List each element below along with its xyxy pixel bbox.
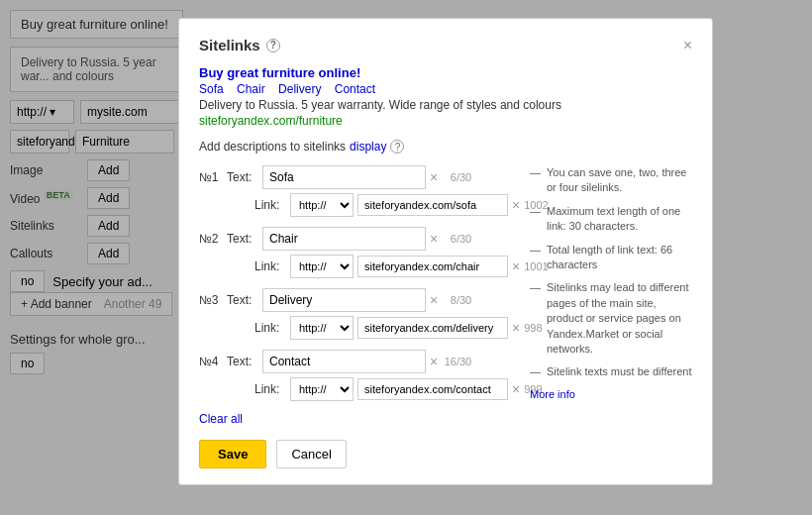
sitelink-3-text-input[interactable] (262, 288, 426, 312)
sitelink-entry-4: №4 Text: × 16/30 Link: http:// https:// … (199, 350, 506, 401)
hint-3: — Total length of link text: 66 characte… (530, 243, 692, 273)
sitelink-1-text-label: Text: (227, 170, 258, 184)
ad-link-sofa: Sofa (199, 82, 224, 96)
sitelink-1-char-count: 6/30 (442, 171, 471, 183)
sitelink-3-url-clear[interactable]: × (512, 320, 520, 336)
sitelink-4-protocol-select[interactable]: http:// https:// (290, 377, 354, 401)
sitelink-1-link-row: Link: http:// https:// × 1002 (254, 193, 506, 217)
hint-1: — You can save one, two, three or four s… (530, 165, 692, 196)
sitelink-4-link-label: Link: (254, 382, 286, 396)
sitelink-3-text-clear[interactable]: × (430, 292, 438, 308)
ad-link-delivery: Delivery (278, 82, 321, 96)
modal-close-button[interactable]: × (683, 38, 692, 53)
modal-title: Sitelinks ? (199, 37, 280, 53)
sitelink-1-number: №1 (199, 170, 223, 184)
display-help-icon[interactable]: ? (390, 140, 404, 154)
sitelink-1-text-clear[interactable]: × (430, 169, 438, 185)
sitelink-3-number: №3 (199, 293, 223, 307)
sitelink-3-protocol-select[interactable]: http:// https:// (290, 316, 354, 340)
cancel-button[interactable]: Cancel (276, 440, 346, 468)
sitelink-1-url-clear[interactable]: × (512, 197, 520, 213)
sitelink-1-text-input[interactable] (262, 165, 426, 189)
ad-preview-title: Buy great furniture online! (199, 65, 692, 80)
clear-all-link[interactable]: Clear all (199, 412, 243, 426)
sitelink-3-url-input[interactable] (357, 317, 508, 339)
display-link[interactable]: display (350, 140, 386, 154)
sitelink-3-text-label: Text: (227, 293, 258, 307)
sitelink-2-protocol-select[interactable]: http:// https:// (290, 255, 354, 278)
clear-all-row: Clear all (199, 411, 506, 426)
sitelink-4-text-clear[interactable]: × (430, 354, 438, 369)
sitelink-entry-3: №3 Text: × 8/30 Link: http:// https:// ×… (199, 288, 506, 340)
sitelink-2-text-row: №2 Text: × 6/30 (199, 227, 506, 251)
sitelinks-form: №1 Text: × 6/30 Link: http:// https:// ×… (199, 165, 506, 426)
sitelink-2-text-clear[interactable]: × (430, 231, 438, 247)
ad-preview-description: Delivery to Russia. 5 year warranty. Wid… (199, 98, 692, 112)
ad-link-contact: Contact (335, 82, 375, 96)
sitelink-4-text-row: №4 Text: × 16/30 (199, 350, 506, 373)
modal-header: Sitelinks ? × (199, 37, 692, 53)
sitelink-4-url-input[interactable] (357, 378, 508, 400)
sitelink-2-url-clear[interactable]: × (512, 258, 520, 274)
sitelink-2-text-input[interactable] (262, 227, 426, 251)
sitelink-4-text-input[interactable] (262, 350, 426, 373)
hint-2: — Maximum text length of one link: 30 ch… (530, 204, 692, 235)
sitelink-4-link-row: Link: http:// https:// × 999 (254, 377, 506, 401)
sitelink-1-text-row: №1 Text: × 6/30 (199, 165, 506, 189)
sitelink-entry-1: №1 Text: × 6/30 Link: http:// https:// ×… (199, 165, 506, 217)
sitelink-3-text-row: №3 Text: × 8/30 (199, 288, 506, 312)
save-button[interactable]: Save (199, 440, 266, 468)
sitelink-4-number: №4 (199, 355, 223, 368)
title-help-icon[interactable]: ? (266, 39, 280, 52)
sitelinks-modal: Sitelinks ? × Buy great furniture online… (178, 18, 713, 485)
form-and-hints: №1 Text: × 6/30 Link: http:// https:// ×… (199, 165, 692, 426)
sitelink-2-number: №2 (199, 232, 223, 246)
sitelink-entry-2: №2 Text: × 6/30 Link: http:// https:// ×… (199, 227, 506, 278)
sitelink-3-char-count: 8/30 (442, 294, 471, 306)
sitelink-3-link-row: Link: http:// https:// × 998 (254, 316, 506, 340)
hint-4: — Sitelinks may lead to different pages … (530, 280, 692, 357)
ad-preview-links: Sofa Chair Delivery Contact (199, 82, 692, 96)
hints-panel: — You can save one, two, three or four s… (522, 165, 692, 426)
more-info-link[interactable]: More info (530, 388, 692, 400)
sitelink-1-protocol-select[interactable]: http:// https:// (290, 193, 354, 217)
sitelink-1-link-label: Link: (254, 198, 286, 212)
hint-5: — Sitelink texts must be different (530, 364, 692, 379)
sitelink-4-url-clear[interactable]: × (512, 381, 520, 397)
add-descriptions-row: Add descriptions to sitelinks display ? (199, 140, 692, 154)
sitelink-2-link-label: Link: (254, 259, 286, 273)
sitelink-2-char-count: 6/30 (442, 233, 471, 245)
ad-link-chair: Chair (237, 82, 265, 96)
modal-footer: Save Cancel (199, 440, 692, 468)
sitelink-4-text-label: Text: (227, 355, 258, 368)
sitelink-4-char-count: 16/30 (442, 356, 471, 367)
sitelink-2-link-row: Link: http:// https:// × 1001 (254, 255, 506, 278)
sitelink-1-url-input[interactable] (357, 194, 508, 216)
ad-preview-url: siteforyandex.com/furniture (199, 114, 692, 128)
sitelink-3-link-label: Link: (254, 321, 286, 335)
ad-preview: Buy great furniture online! Sofa Chair D… (199, 65, 692, 128)
sitelink-2-url-input[interactable] (357, 256, 508, 277)
sitelink-2-text-label: Text: (227, 232, 258, 246)
